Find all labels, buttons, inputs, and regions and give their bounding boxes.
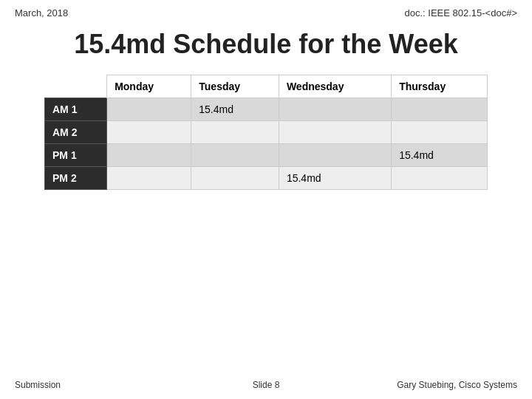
cell-monday	[107, 167, 191, 190]
cell-tuesday	[191, 144, 279, 167]
cell-wednesday	[279, 98, 391, 121]
cell-wednesday	[279, 144, 391, 167]
footer-author: Gary Stuebing, Cisco Systems	[397, 380, 517, 390]
cell-label: AM 2	[45, 121, 107, 144]
schedule-table: Monday Tuesday Wednesday Thursday AM 115…	[44, 75, 488, 190]
table-header-row: Monday Tuesday Wednesday Thursday	[45, 75, 488, 98]
col-header-monday: Monday	[107, 75, 191, 98]
table-row: AM 115.4md	[45, 98, 488, 121]
cell-thursday: 15.4md	[392, 144, 488, 167]
table-row: AM 2	[45, 121, 488, 144]
footer-slide: Slide 8	[253, 380, 280, 390]
footer-submission: Submission	[15, 380, 61, 390]
cell-thursday	[392, 98, 488, 121]
cell-label: PM 1	[45, 144, 107, 167]
cell-monday	[107, 121, 191, 144]
schedule-table-container: Monday Tuesday Wednesday Thursday AM 115…	[0, 75, 532, 190]
cell-label: AM 1	[45, 98, 107, 121]
cell-tuesday	[191, 167, 279, 190]
header: March, 2018 doc.: IEEE 802.15-<doc#>	[0, 0, 532, 21]
col-header-wednesday: Wednesday	[279, 75, 391, 98]
footer: Submission Slide 8 Gary Stuebing, Cisco …	[0, 380, 532, 390]
page-title: 15.4md Schedule for the Week	[15, 29, 517, 60]
cell-tuesday	[191, 121, 279, 144]
cell-tuesday: 15.4md	[191, 98, 279, 121]
table-row: PM 115.4md	[45, 144, 488, 167]
cell-wednesday: 15.4md	[279, 167, 391, 190]
col-header-thursday: Thursday	[392, 75, 488, 98]
col-header-tuesday: Tuesday	[191, 75, 279, 98]
cell-thursday	[392, 167, 488, 190]
cell-thursday	[392, 121, 488, 144]
title-section: 15.4md Schedule for the Week	[0, 21, 532, 75]
cell-monday	[107, 144, 191, 167]
header-doc: doc.: IEEE 802.15-<doc#>	[405, 7, 518, 18]
header-date: March, 2018	[15, 7, 68, 18]
cell-monday	[107, 98, 191, 121]
table-row: PM 215.4md	[45, 167, 488, 190]
col-header-label	[45, 75, 107, 98]
cell-label: PM 2	[45, 167, 107, 190]
cell-wednesday	[279, 121, 391, 144]
